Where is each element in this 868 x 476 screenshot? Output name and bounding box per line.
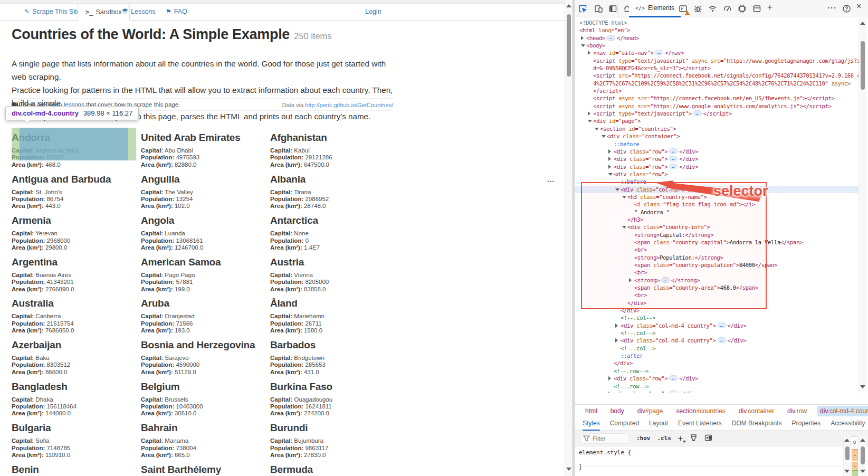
collapse-arrow-icon[interactable] (588, 120, 592, 122)
panel-tab-styles[interactable]: Styles (583, 417, 600, 431)
outer-scrollbar[interactable] (859, 436, 866, 476)
dom-line[interactable]: <section id="countries"> (575, 125, 859, 132)
breadcrumb-item[interactable]: div.col-md-4.country (817, 406, 868, 416)
expand-arrow-icon[interactable] (608, 157, 611, 161)
expand-arrow-icon[interactable] (608, 149, 611, 154)
inspect-icon[interactable] (578, 4, 587, 13)
inline-expand-icon[interactable]: … (669, 375, 678, 381)
inline-expand-icon[interactable]: … (607, 35, 615, 41)
dom-line[interactable]: <script src="https://connect.facebook.ne… (575, 72, 859, 79)
panel-tab-properties[interactable]: Properties (792, 417, 821, 431)
dom-line[interactable]: <span class="country-capital">Andorra la… (575, 239, 859, 246)
dom-line[interactable]: ::before (575, 178, 859, 185)
dom-line[interactable]: <!--.row--> (575, 383, 859, 390)
dom-line[interactable]: d=G-09N5RQCFG4&cx=c&_slc=1"></script> (575, 64, 859, 72)
dom-line[interactable]: </div> (575, 299, 859, 307)
page-scrollbar[interactable] (565, 0, 572, 476)
panel-tab-computed[interactable]: Computed (610, 417, 639, 431)
tab-elements[interactable]: </>Elements (629, 0, 681, 17)
dom-line[interactable]: <script async src="https://www.google-an… (575, 102, 859, 110)
dom-line[interactable]: <script async src="https://connect.faceb… (575, 94, 859, 102)
breadcrumb-item[interactable]: section#countries (673, 406, 728, 416)
page-scrollbar-thumb[interactable] (567, 14, 571, 77)
memory-icon[interactable] (738, 4, 747, 13)
outer-scrollbar-thumb[interactable] (861, 446, 865, 464)
dom-line[interactable]: ::before (575, 140, 859, 148)
collapse-arrow-icon[interactable] (615, 188, 619, 191)
performance-icon[interactable] (723, 4, 732, 13)
dom-line[interactable]: <body> (575, 42, 859, 49)
more-options-icon[interactable]: ··· (827, 3, 837, 12)
computed-sidebar-icon[interactable] (704, 434, 712, 443)
dom-line[interactable]: <script type="text/javascript">…</script… (575, 110, 859, 117)
expand-arrow-icon[interactable] (608, 392, 611, 393)
panel-tab-accessibility[interactable]: Accessibility (831, 417, 865, 431)
dom-line[interactable]: </h3> (575, 216, 859, 223)
dom-line[interactable]: <!DOCTYPE html> (575, 19, 859, 26)
scroll-down-icon[interactable] (860, 470, 865, 473)
dom-line[interactable]: <div class="row">…</div> (575, 148, 859, 155)
scroll-down-icon[interactable] (860, 385, 865, 388)
dom-line[interactable]: </div> (575, 359, 859, 367)
scroll-up-icon[interactable] (860, 22, 865, 25)
inline-expand-icon[interactable]: … (718, 322, 726, 328)
dom-line[interactable]: <!--.col--> (575, 345, 859, 352)
dom-line[interactable]: </div> (575, 307, 859, 314)
dom-line[interactable]: <div class="col-md-4 country">…</div> (575, 337, 859, 344)
toggle-hover-state-button[interactable]: :hov (636, 435, 651, 442)
dom-line[interactable]: <br> (575, 246, 859, 253)
new-style-rule-button[interactable]: + (678, 434, 683, 443)
dom-line[interactable]: <br> (575, 291, 859, 299)
expand-arrow-icon[interactable] (615, 323, 618, 328)
dom-line[interactable]: <strong>Capital:</strong> (575, 231, 859, 239)
expand-arrow-icon[interactable] (581, 36, 584, 40)
rendering-emulation-icon[interactable] (690, 434, 698, 443)
dom-line[interactable]: <div class="row"> (575, 170, 859, 178)
dom-tree-scrollbar[interactable] (859, 19, 866, 393)
dom-line[interactable]: <br> (575, 269, 859, 276)
collapse-arrow-icon[interactable] (622, 196, 626, 198)
expand-arrow-icon[interactable] (608, 376, 611, 380)
close-icon[interactable]: × (856, 2, 861, 11)
dom-scrollbar-thumb[interactable] (861, 41, 865, 90)
dom-line[interactable]: <nav id="site-nav">…</nav> (575, 49, 859, 56)
dom-line[interactable]: <div class="row">…</div> (575, 163, 859, 170)
data-source-link[interactable]: http://peric.github.io/GetCountries/ (305, 102, 393, 108)
element-classes-button[interactable]: .cls (657, 435, 672, 442)
dom-line[interactable]: <div class="row">…</div> (575, 155, 859, 163)
console-icon[interactable] (679, 4, 688, 13)
dom-line[interactable]: <i class="flag-icon flag-icon-ad"></i> (575, 201, 859, 208)
scroll-down-icon[interactable] (566, 468, 571, 471)
nav-link-lessons[interactable]: Lessons (122, 8, 156, 15)
scroll-up-icon[interactable] (566, 4, 571, 7)
dom-line[interactable]: <!--.row--> (575, 367, 859, 375)
dom-line[interactable]: <!--.col--> (575, 314, 859, 321)
expand-arrow-icon[interactable] (588, 51, 590, 55)
nav-link-login[interactable]: Login (365, 8, 381, 15)
inline-expand-icon[interactable]: … (669, 148, 678, 154)
inline-expand-icon[interactable]: … (669, 164, 678, 169)
inline-expand-icon[interactable]: … (669, 391, 678, 393)
network-conditions-icon[interactable] (708, 4, 717, 13)
dom-line[interactable]: <div id="page"> (575, 117, 859, 125)
panel-tab-event-listeners[interactable]: Event Listeners (678, 417, 722, 431)
dom-line[interactable]: <span class="country-area">468.0</span> (575, 284, 859, 291)
inline-expand-icon[interactable]: … (718, 337, 726, 343)
collapse-arrow-icon[interactable] (602, 135, 606, 138)
dom-line[interactable]: <div class="col-md-4 country">…</div> (575, 322, 859, 329)
collapse-arrow-icon[interactable] (595, 128, 599, 130)
expand-arrow-icon[interactable] (615, 338, 618, 342)
panel-tab-dom-breakpoints[interactable]: DOM Breakpoints (732, 417, 782, 431)
dom-line[interactable]: <strong>Population:</strong> (575, 254, 859, 261)
dom-line[interactable]: " Andorra " (575, 208, 859, 216)
breadcrumb-item[interactable]: div.container (736, 406, 777, 416)
breadcrumb-item[interactable]: div#page (635, 406, 666, 416)
breadcrumb-item[interactable]: html (583, 406, 600, 416)
dom-line[interactable]: </script> (575, 87, 859, 94)
style-rule-selector[interactable]: element.style { (579, 449, 631, 456)
dom-line[interactable]: <head>…</head> (575, 34, 859, 42)
scroll-down-icon[interactable] (844, 470, 850, 473)
dom-line[interactable]: <html lang="en"> (575, 26, 859, 34)
dom-line[interactable]: <!--.col--> (575, 329, 859, 337)
inline-expand-icon[interactable]: … (655, 50, 663, 55)
